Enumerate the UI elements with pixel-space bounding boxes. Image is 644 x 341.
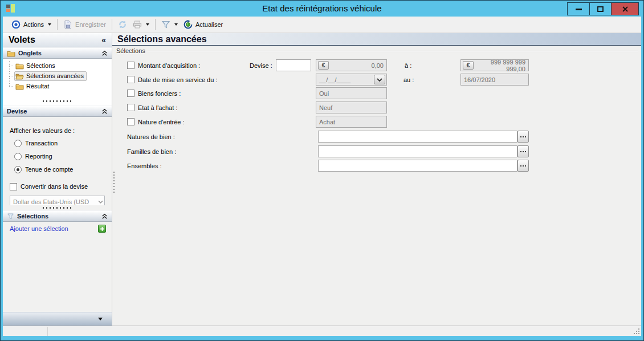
tree-item-resultat[interactable]: Résultat	[3, 81, 112, 91]
groupbox-label: Sélections	[116, 47, 145, 54]
print-caret-icon	[146, 23, 149, 26]
chevron-up-double-icon[interactable]	[101, 108, 108, 115]
chevron-up-double-icon[interactable]	[101, 213, 108, 220]
devise-code-input[interactable]	[276, 59, 311, 71]
devise-label: Devise :	[250, 62, 272, 69]
toolbar-separator	[57, 19, 58, 30]
save-button[interactable]: Enregistrer	[60, 18, 109, 31]
date-dropdown-button[interactable]	[374, 75, 385, 84]
date-from-combo[interactable]: __/__/____	[316, 74, 387, 86]
natures-bien-label: Natures de bien :	[127, 133, 175, 140]
familles-bien-input[interactable]	[318, 145, 517, 157]
add-selection-row: Ajouter une sélection	[3, 222, 112, 236]
devise-panel: Afficher les valeurs de : Transaction Re…	[3, 117, 112, 210]
tree-item-selections-avancees[interactable]: Sélections avancées	[3, 71, 112, 81]
save-icon	[63, 20, 72, 29]
chevron-down-icon	[377, 78, 382, 82]
splitter-grip-vertical[interactable]	[113, 172, 115, 194]
collapse-sidebar-icon[interactable]: «	[101, 35, 106, 44]
biens-fonciers-label: Biens fonciers :	[138, 90, 181, 97]
checkbox-icon	[127, 62, 134, 69]
toolbar: Actions Enregistrer	[3, 17, 641, 33]
ensembles-browse-button[interactable]	[517, 160, 529, 172]
refresh-circle-icon	[184, 20, 193, 29]
page-title: Sélections avancées	[117, 34, 207, 44]
ensembles-input[interactable]	[318, 160, 517, 172]
radio-reporting[interactable]: Reporting	[14, 152, 105, 160]
date-to-value: 16/07/2020	[464, 76, 525, 83]
filter-button[interactable]	[158, 18, 181, 31]
tree-item-selections[interactable]: Sélections	[3, 60, 112, 71]
section-header-selections[interactable]: Sélections	[3, 210, 112, 222]
sync-arrows-icon	[118, 20, 127, 29]
nature-entree-field: Achat	[316, 116, 387, 128]
nature-entree-checkbox[interactable]: Nature d'entrée :	[127, 118, 185, 125]
section-header-devise[interactable]: Devise	[3, 105, 112, 117]
save-label: Enregistrer	[75, 21, 106, 28]
tree-guide-line	[9, 61, 10, 86]
folder-icon	[7, 50, 15, 57]
chevron-up-double-icon[interactable]	[101, 50, 108, 56]
show-values-label: Afficher les valeurs de :	[10, 127, 105, 134]
minimize-button[interactable]	[568, 3, 589, 15]
nature-entree-value: Achat	[319, 119, 384, 125]
actualiser-label: Actualiser	[195, 21, 223, 28]
currency-eur-button[interactable]: €	[463, 61, 474, 70]
currency-value: Dollar des Etats-Unis (USD	[13, 198, 98, 205]
montant-label: Montant d'acquisition :	[138, 62, 200, 69]
section-label-devise: Devise	[7, 108, 27, 115]
date-to-field: 16/07/2020	[460, 74, 529, 86]
checkbox-icon	[127, 76, 134, 83]
tree-item-label: Sélections avancées	[26, 72, 84, 79]
radio-transaction[interactable]: Transaction	[14, 139, 105, 147]
toolbar-separator	[112, 19, 112, 30]
window-body: Volets « Onglets	[3, 33, 641, 326]
montant-checkbox[interactable]: Montant d'acquisition :	[127, 62, 200, 69]
etat-achat-checkbox[interactable]: Etat à l'achat :	[127, 104, 177, 111]
section-label-onglets: Onglets	[18, 50, 42, 56]
radio-label: Transaction	[25, 140, 58, 147]
actions-button[interactable]: Actions	[9, 18, 54, 31]
radio-label: Reporting	[25, 153, 52, 160]
section-header-onglets[interactable]: Onglets	[3, 47, 112, 59]
window-controls	[567, 2, 639, 15]
add-selection-button[interactable]	[98, 225, 106, 233]
minimize-icon	[576, 6, 582, 12]
familles-bien-browse-button[interactable]	[517, 145, 529, 157]
biens-fonciers-checkbox[interactable]: Biens fonciers :	[127, 90, 181, 97]
currency-eur-button[interactable]: €	[318, 61, 329, 70]
actions-label: Actions	[23, 21, 44, 28]
sidebar-header: Volets «	[3, 33, 112, 47]
add-selection-link[interactable]: Ajouter une sélection	[10, 225, 98, 232]
resize-grip[interactable]	[634, 328, 640, 335]
close-button[interactable]	[611, 3, 638, 15]
folder-icon	[15, 83, 24, 90]
radio-tenue-de-compte[interactable]: Tenue de compte	[14, 165, 105, 173]
print-button[interactable]	[130, 18, 152, 31]
montant-to-label: à :	[405, 62, 411, 69]
montant-to-value: 999 999 999 999,00	[475, 59, 525, 72]
montant-from-value: 0,00	[331, 62, 384, 69]
target-icon	[11, 20, 21, 29]
radio-checked-icon	[14, 166, 22, 173]
printer-icon	[133, 20, 142, 29]
montant-from-field: € 0,00	[316, 59, 387, 71]
radio-label: Tenue de compte	[25, 166, 73, 173]
date-service-checkbox[interactable]: Date de mise en service du :	[127, 76, 217, 83]
maximize-button[interactable]	[589, 3, 611, 15]
checkbox-icon	[127, 118, 134, 125]
actualiser-button[interactable]: Actualiser	[181, 18, 226, 31]
convert-currency-checkbox[interactable]: Convertir dans la devise	[10, 182, 105, 190]
currency-select[interactable]: Dollar des Etats-Unis (USD	[10, 196, 105, 205]
sidebar-collapse-strip[interactable]	[3, 312, 112, 326]
checkbox-icon	[127, 90, 134, 97]
close-icon	[622, 6, 628, 12]
natures-bien-input[interactable]	[318, 131, 517, 143]
natures-bien-browse-button[interactable]	[517, 131, 529, 143]
refresh-data-button[interactable]	[115, 18, 130, 31]
ensembles-label: Ensembles :	[127, 163, 162, 169]
groupbox-line	[148, 51, 638, 52]
biens-fonciers-field: Oui	[316, 87, 387, 99]
splitter-grip[interactable]	[43, 100, 72, 102]
splitter-grip[interactable]	[43, 207, 72, 209]
